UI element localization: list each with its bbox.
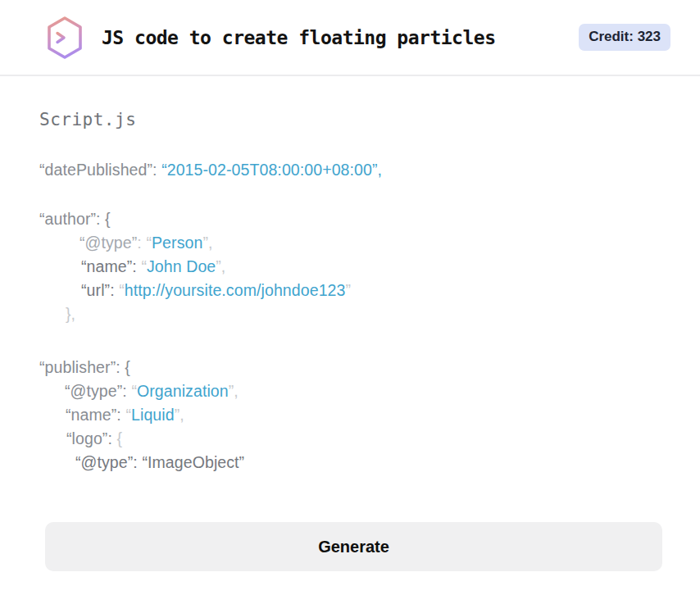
page-title: JS code to create floating particles xyxy=(102,27,496,48)
terminal-hexagon-icon xyxy=(45,16,84,60)
main-content: Script.js “datePublished”: “2015-02-05T0… xyxy=(0,109,700,571)
code-token: “name”: xyxy=(81,257,141,275)
code-token: “name”: xyxy=(66,406,125,424)
code-line: “@type”: “Organization”, xyxy=(39,379,662,403)
code-token: John Doe xyxy=(147,257,216,275)
code-token: “ xyxy=(141,257,147,275)
code-line: “author”: { xyxy=(39,207,662,231)
file-name-label: Script.js xyxy=(39,109,662,130)
code-blank-line xyxy=(39,326,662,356)
code-token: ”, xyxy=(202,234,212,252)
code-token: { xyxy=(117,429,123,447)
code-token: “publisher”: { xyxy=(39,358,130,376)
code-token: }, xyxy=(66,305,75,323)
code-token: “@type”: “ImageObject” xyxy=(75,453,244,471)
credit-badge: Credit: 323 xyxy=(579,24,670,51)
header: JS code to create floating particles Cre… xyxy=(0,0,700,76)
code-token: “ xyxy=(131,382,137,400)
code-line: “name”: “John Doe”, xyxy=(39,255,662,279)
code-token: “2015-02-05T08:00:00+08:00”, xyxy=(161,161,382,179)
generate-button[interactable]: Generate xyxy=(45,522,662,571)
code-token: : xyxy=(137,234,146,252)
code-token: Liquid xyxy=(131,406,175,424)
code-token: “author”: { xyxy=(39,210,111,228)
code-token: “ xyxy=(125,406,131,424)
code-token: “ xyxy=(119,281,125,299)
code-token: “datePublished”: xyxy=(39,161,161,179)
code-line: “datePublished”: “2015-02-05T08:00:00+08… xyxy=(39,158,662,182)
code-line: “@type”: “Person”, xyxy=(39,231,662,255)
code-token: ”, xyxy=(216,257,225,275)
code-block: “datePublished”: “2015-02-05T08:00:00+08… xyxy=(39,158,662,475)
code-token: Person xyxy=(152,234,202,252)
code-token: Organization xyxy=(137,382,229,400)
code-line: “logo”: { xyxy=(39,427,662,451)
code-line: “@type”: “ImageObject” xyxy=(39,451,662,475)
code-token: “@type” xyxy=(80,234,137,252)
code-line: }, xyxy=(39,302,662,326)
code-line: “publisher”: { xyxy=(39,356,662,379)
code-token: http://yoursite.com/johndoe123 xyxy=(125,281,346,299)
code-line: “name”: “Liquid”, xyxy=(39,403,662,427)
code-token: “url”: xyxy=(81,281,119,299)
code-token: ” xyxy=(345,281,351,299)
code-token: “ xyxy=(146,234,152,252)
code-line: “url”: “http://yoursite.com/johndoe123” xyxy=(39,279,662,302)
code-blank-line xyxy=(39,182,662,207)
code-token: ”, xyxy=(175,406,184,424)
code-token: “@type”: xyxy=(65,382,131,400)
code-token: ”, xyxy=(229,382,239,400)
code-token: “logo”: xyxy=(66,429,117,447)
